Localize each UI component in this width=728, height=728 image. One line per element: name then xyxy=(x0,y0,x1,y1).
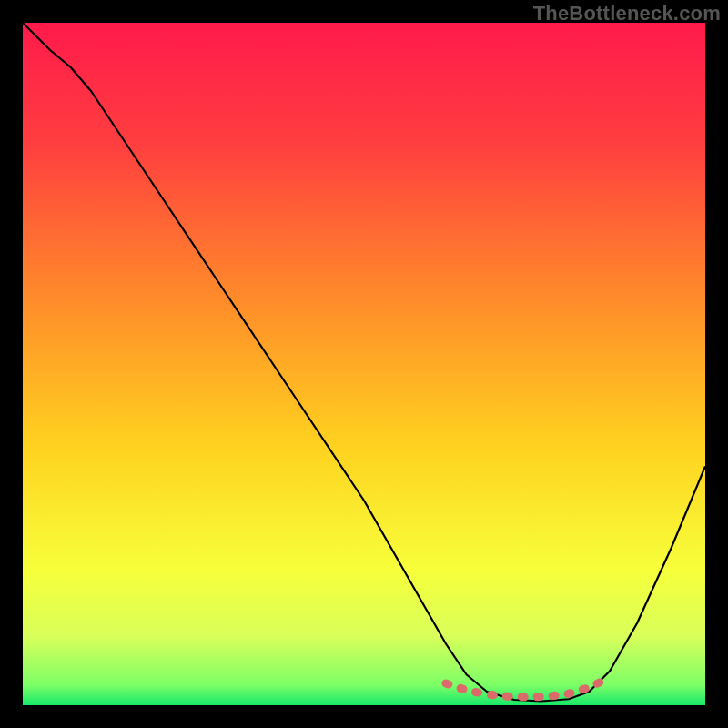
gradient-background xyxy=(23,23,705,705)
chart-frame: TheBottleneck.com xyxy=(0,0,728,728)
bottleneck-chart xyxy=(23,23,705,705)
